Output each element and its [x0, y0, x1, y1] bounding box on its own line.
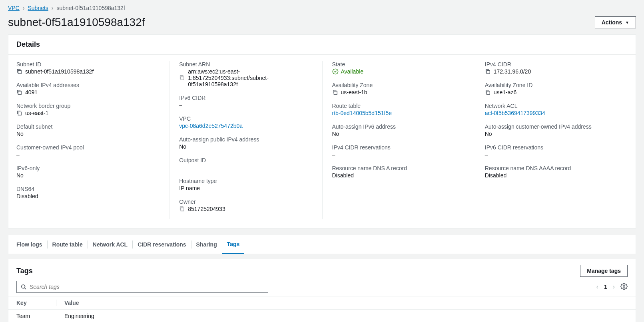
field-value: No — [485, 131, 618, 137]
breadcrumb: VPC › Subnets › subnet-0f51a1910598a132f — [8, 5, 636, 11]
page-header: subnet-0f51a1910598a132f Actions ▼ — [8, 16, 636, 29]
copy-icon[interactable] — [179, 206, 185, 212]
field-value: Available — [332, 68, 465, 75]
field-label: Availability Zone ID — [485, 82, 618, 88]
check-circle-icon — [332, 68, 339, 75]
field-text: No — [485, 131, 492, 137]
tab-flow-logs[interactable]: Flow logs — [12, 235, 47, 254]
actions-label: Actions — [602, 19, 622, 26]
field-text: Disabled — [485, 172, 506, 179]
svg-point-9 — [22, 285, 25, 288]
tags-search-input[interactable] — [30, 284, 264, 290]
field-value: – — [179, 102, 312, 108]
svg-rect-1 — [18, 91, 21, 94]
tabs-bar: Flow logsRoute tableNetwork ACLCIDR rese… — [8, 235, 636, 254]
svg-rect-7 — [486, 70, 490, 74]
detail-field: State Available — [332, 61, 465, 75]
field-value: us-east-1 — [16, 110, 160, 116]
detail-field: IPv6-onlyNo — [16, 165, 160, 179]
breadcrumb-subnets[interactable]: Subnets — [28, 5, 48, 11]
field-label: Customer-owned IPv4 pool — [16, 144, 160, 151]
copy-icon[interactable] — [485, 69, 490, 74]
field-value: arn:aws:ec2:us-east-1:851725204933:subne… — [179, 68, 312, 87]
tags-table: Key Value TeamEngineering — [8, 296, 636, 322]
manage-tags-button[interactable]: Manage tags — [580, 265, 628, 277]
field-value: us-east-1b — [332, 89, 465, 95]
tab-tags[interactable]: Tags — [222, 235, 245, 254]
page-prev-button[interactable]: ‹ — [596, 283, 598, 290]
copy-icon[interactable] — [332, 89, 338, 95]
field-link[interactable]: vpc-08a6d2e5275472b0a — [179, 123, 243, 129]
svg-point-5 — [333, 69, 338, 74]
field-value: – — [179, 164, 312, 171]
field-label: IPv4 CIDR reservations — [332, 144, 465, 151]
field-value: – — [16, 151, 160, 158]
field-label: Hostname type — [179, 178, 312, 184]
field-value: vpc-08a6d2e5275472b0a — [179, 123, 312, 129]
field-value: Disabled — [485, 172, 618, 179]
field-label: DNS64 — [16, 186, 160, 192]
actions-button[interactable]: Actions ▼ — [595, 16, 636, 28]
field-value: – — [485, 151, 618, 158]
field-label: Subnet ARN — [179, 61, 312, 68]
field-text: – — [485, 151, 488, 158]
tags-col-key[interactable]: Key — [8, 296, 56, 310]
copy-icon[interactable] — [16, 89, 22, 95]
detail-field: Network border group us-east-1 — [16, 103, 160, 116]
svg-rect-0 — [18, 70, 21, 74]
field-value: Disabled — [16, 193, 160, 199]
tags-search-box[interactable] — [16, 281, 268, 293]
tab-sharing[interactable]: Sharing — [191, 235, 222, 254]
copy-icon[interactable] — [485, 89, 490, 95]
field-text: – — [332, 151, 335, 158]
tab-route-table[interactable]: Route table — [47, 235, 88, 254]
field-value: 4091 — [16, 89, 160, 95]
field-label: Network border group — [16, 103, 160, 109]
detail-field: Outpost ID– — [179, 157, 312, 171]
tag-value-cell: Engineering — [56, 310, 636, 322]
field-value: No — [16, 131, 160, 137]
status-available: Available — [332, 68, 364, 75]
field-text: No — [16, 131, 24, 137]
copy-icon[interactable] — [16, 69, 22, 74]
detail-field: VPCvpc-08a6d2e5275472b0a — [179, 115, 312, 129]
field-value: – — [332, 151, 465, 158]
field-text: No — [16, 172, 24, 179]
field-label: Auto-assign public IPv4 address — [179, 136, 312, 143]
field-link[interactable]: rtb-0ed14005b5d151f5e — [332, 110, 392, 116]
tab-cidr-reservations[interactable]: CIDR reservations — [132, 235, 191, 254]
detail-field: Default subnetNo — [16, 123, 160, 137]
field-label: IPv6 CIDR reservations — [485, 144, 618, 151]
svg-rect-6 — [334, 91, 337, 94]
details-panel-header: Details — [8, 35, 636, 55]
details-col-1: Subnet ID subnet-0f51a1910598a132fAvaila… — [16, 61, 169, 219]
field-label: Owner — [179, 199, 312, 205]
detail-field: IPv6 CIDR reservations– — [485, 144, 618, 158]
field-label: Subnet ID — [16, 61, 160, 68]
field-label: Route table — [332, 103, 465, 109]
page-next-button[interactable]: › — [613, 283, 615, 290]
field-label: IPv4 CIDR — [485, 61, 618, 68]
tags-col-value[interactable]: Value — [56, 296, 636, 310]
field-label: Auto-assign IPv6 address — [332, 123, 465, 130]
field-text: Disabled — [16, 193, 38, 199]
detail-field: DNS64Disabled — [16, 186, 160, 199]
tab-network-acl[interactable]: Network ACL — [88, 235, 132, 254]
breadcrumb-vpc[interactable]: VPC — [8, 5, 20, 11]
tags-title: Tags — [16, 267, 33, 275]
detail-field: Customer-owned IPv4 pool– — [16, 144, 160, 158]
tags-header: Tags Manage tags — [8, 259, 636, 281]
field-text: us-east-1b — [341, 89, 367, 95]
chevron-right-icon: › — [23, 5, 25, 11]
copy-icon[interactable] — [16, 110, 22, 116]
field-text: No — [179, 143, 186, 150]
field-link[interactable]: acl-0f5b5369417399334 — [485, 110, 545, 116]
detail-field: Route tablertb-0ed14005b5d151f5e — [332, 103, 465, 116]
svg-rect-4 — [181, 208, 184, 211]
copy-icon[interactable] — [179, 75, 185, 81]
settings-button[interactable] — [620, 283, 628, 291]
field-label: Resource name DNS AAAA record — [485, 165, 618, 171]
field-text: arn:aws:ec2:us-east-1:851725204933:subne… — [188, 68, 312, 87]
field-label: Availability Zone — [332, 82, 465, 88]
field-label: IPv6 CIDR — [179, 95, 312, 101]
